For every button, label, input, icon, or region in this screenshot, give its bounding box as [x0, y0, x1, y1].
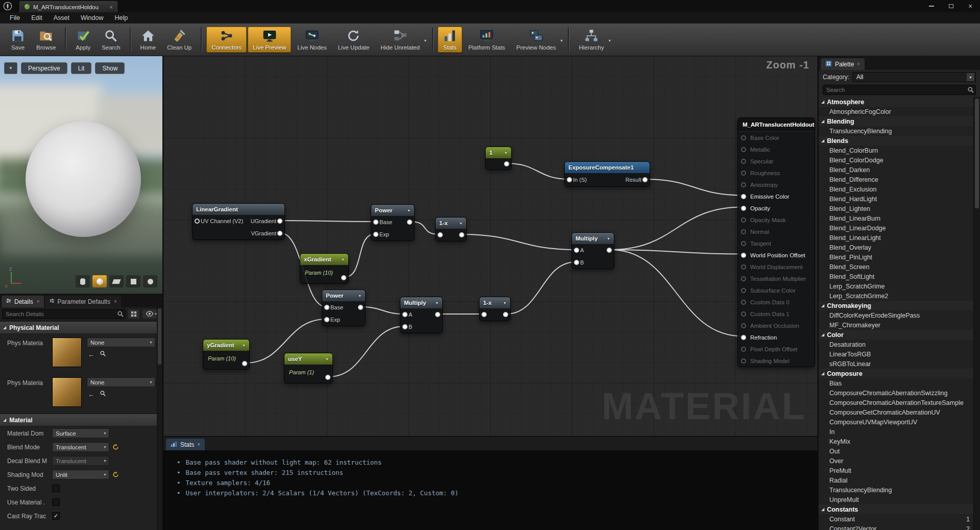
asset-tab[interactable]: M_ARTranslucentHoldou × [19, 1, 117, 12]
material-input-pin[interactable] [741, 182, 746, 187]
display-options-button[interactable] [128, 309, 140, 319]
palette-search-input[interactable] [823, 85, 976, 95]
scrollbar-thumb[interactable] [975, 99, 979, 208]
use-material-checkbox[interactable] [52, 498, 60, 506]
blend-mode-dropdown[interactable]: Translucent▼ [52, 442, 109, 452]
material-output-pin-row[interactable]: Tangent [738, 237, 815, 249]
output-pin[interactable] [407, 220, 412, 225]
palette-item-translucencyblending[interactable]: TranslucencyBlending [819, 485, 974, 495]
palette-item-lerp-scratchgrime[interactable]: Lerp_ScratchGrime [819, 281, 974, 291]
palette-item-blend-exclusion[interactable]: Blend_Exclusion [819, 184, 974, 194]
palette-section-constants[interactable]: ◢Constants [819, 504, 974, 514]
material-input-pin[interactable] [741, 218, 746, 223]
graph-node-power[interactable]: Power▼BaseExp [322, 290, 366, 326]
palette-section-blends[interactable]: ◢Blends [819, 136, 974, 146]
graph-node-multiply[interactable]: Multiply▼AB [571, 232, 614, 269]
chevron-down-icon[interactable]: ▼ [607, 237, 610, 240]
stats-button[interactable]: Stats [438, 27, 462, 53]
material-output-pin-row[interactable]: Pixel Depth Offset [738, 343, 815, 355]
material-input-pin[interactable] [741, 171, 746, 176]
tab-parameter-defaults[interactable]: Parameter Defaults × [45, 296, 121, 307]
preview-mesh-sphere[interactable] [26, 122, 141, 237]
graph-node-multiply[interactable]: Multiply▼AB [400, 297, 443, 333]
material-input-pin[interactable] [741, 229, 746, 234]
palette-item-blend-linearlight[interactable]: Blend_LinearLight [819, 233, 974, 243]
material-input-pin[interactable] [741, 253, 746, 258]
material-input-pin[interactable] [741, 147, 746, 152]
graph-node-1-x[interactable]: 1-x▼ [435, 217, 467, 242]
material-thumbnail[interactable] [52, 377, 82, 407]
material-output-pin-row[interactable]: Roughness [738, 167, 815, 179]
graph-node-power[interactable]: Power▼BaseExp [371, 204, 415, 241]
palette-item-translucencyblending[interactable]: TranslucencyBlending [819, 126, 974, 136]
viewport-options-button[interactable]: ▼ [4, 62, 17, 74]
live-preview-button[interactable]: Live Preview [248, 27, 291, 53]
palette-item-composureuvmapviewportuv[interactable]: ComposureUVMapViewportUV [819, 417, 974, 427]
material-output-pin-row[interactable]: Anisotropy [738, 179, 815, 190]
chevron-down-icon[interactable]: ▼ [325, 357, 329, 361]
chevron-down-icon[interactable]: ▾ [424, 38, 426, 43]
material-input-pin[interactable] [741, 206, 746, 211]
chevron-down-icon[interactable]: ▼ [504, 151, 508, 155]
phys-material-dropdown[interactable]: None▼ [87, 338, 155, 347]
graph-node-ygradient[interactable]: yGradient▼Param (10) [203, 339, 250, 370]
home-button[interactable]: Home [135, 27, 161, 53]
material-output-pin-row[interactable]: Ambient Occlusion [738, 320, 815, 331]
use-selected-asset-icon[interactable]: ← [88, 351, 94, 358]
chevron-down-icon[interactable]: ▼ [435, 301, 439, 305]
input-pin[interactable] [482, 312, 487, 317]
browse-to-asset-icon[interactable] [100, 350, 106, 359]
graph-node-1-x[interactable]: 1-x▼ [479, 297, 511, 321]
preview-shape-mesh-button[interactable] [143, 275, 157, 287]
palette-item-composurechromaticaberrationswizzling[interactable]: ComposureChromaticAberrationSwizzling [819, 388, 974, 398]
clean-up-button[interactable]: Clean Up [162, 27, 197, 53]
section-physical-material[interactable]: ◢ Physical Material [0, 321, 162, 334]
show-button[interactable]: Show [95, 62, 125, 74]
material-input-pin[interactable] [741, 241, 746, 246]
live-update-button[interactable]: Live Update [333, 27, 374, 53]
close-icon[interactable]: × [114, 299, 117, 304]
palette-item-constant2vector[interactable]: Constant2Vector2 [819, 524, 974, 530]
chevron-down-icon[interactable]: ▾ [560, 38, 562, 43]
material-output-pin-row[interactable]: Opacity [738, 202, 815, 214]
input-pin[interactable] [574, 260, 579, 265]
material-input-pin[interactable] [741, 288, 746, 293]
close-tab-icon[interactable]: × [110, 4, 113, 10]
output-pin[interactable] [642, 177, 648, 182]
preview-viewport[interactable]: ▼ Perspective Lit Show Z x [0, 56, 162, 294]
material-output-pin-row[interactable]: Custom Data 1 [738, 308, 815, 320]
output-pin[interactable] [435, 312, 440, 317]
palette-item-premult[interactable]: PreMult [819, 466, 974, 475]
browse-to-asset-icon[interactable] [100, 390, 106, 399]
palette-item-keymix[interactable]: KeyMix [819, 437, 974, 446]
material-output-pin-row[interactable]: Normal [738, 226, 815, 237]
material-output-pin-row[interactable]: Custom Data 0 [738, 296, 815, 308]
input-pin[interactable] [324, 317, 329, 322]
palette-item-bias[interactable]: Bias [819, 378, 974, 388]
palette-item-in[interactable]: In [819, 427, 974, 437]
hierarchy-button[interactable]: Hierarchy▾ [573, 27, 612, 53]
chevron-down-icon[interactable]: ▼ [358, 294, 362, 298]
details-scrollbar[interactable] [157, 307, 162, 530]
graph-node-constant-1[interactable]: 1▼ [485, 147, 512, 170]
palette-item-over[interactable]: Over [819, 456, 974, 466]
output-pin[interactable] [358, 305, 363, 310]
material-input-pin[interactable] [741, 300, 746, 305]
preview-shape-cylinder-button[interactable] [76, 275, 90, 287]
input-pin[interactable] [402, 324, 408, 329]
connectors-button[interactable]: Connectors [206, 27, 247, 53]
palette-section-color[interactable]: ◢Color [819, 330, 974, 340]
palette-item-desaturation[interactable]: Desaturation [819, 340, 974, 349]
palette-item-srgbtolinear[interactable]: sRGBToLinear [819, 359, 974, 369]
palette-item-blend-lighten[interactable]: Blend_Lighten [819, 204, 974, 213]
chevron-down-icon[interactable]: ▼ [242, 344, 246, 347]
palette-item-blend-screen[interactable]: Blend_Screen [819, 262, 974, 272]
input-pin[interactable] [438, 232, 443, 237]
input-pin[interactable] [195, 219, 200, 224]
material-input-pin[interactable] [741, 159, 746, 164]
graph-node-material-output[interactable]: M_ARTranslucentHoldoutBase ColorMetallic… [737, 117, 815, 367]
menu-help[interactable]: Help [109, 14, 133, 21]
apply-button[interactable]: Apply [70, 27, 95, 53]
output-pin[interactable] [341, 275, 346, 280]
palette-item-constant[interactable]: Constant1 [819, 514, 974, 524]
